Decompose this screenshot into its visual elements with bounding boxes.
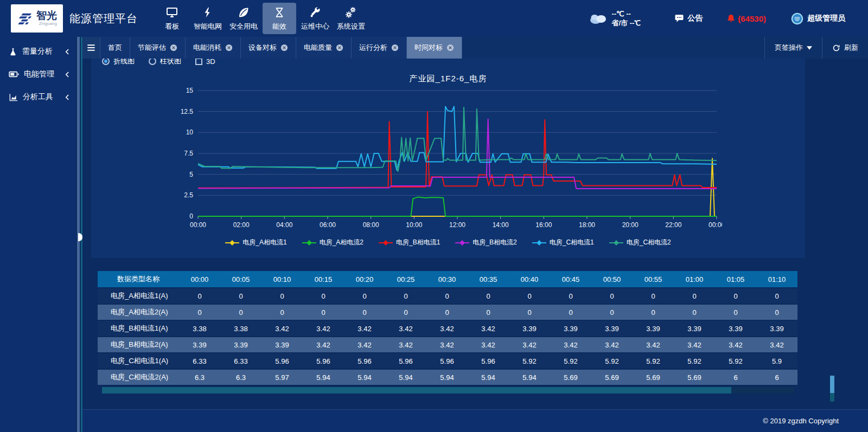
hourglass-icon [274, 6, 285, 19]
announcement-button[interactable]: 公告 [674, 14, 703, 23]
table-cell: 0 [674, 288, 715, 305]
tab-label: 节能评估 [138, 43, 166, 53]
table-cell: 0 [756, 288, 797, 305]
radio-line[interactable]: 折线图 [102, 59, 135, 66]
alarm-button[interactable]: (64530) [726, 14, 766, 23]
tab-operations-button[interactable]: 页签操作 [764, 37, 822, 59]
tab-close-icon[interactable] [225, 44, 233, 51]
table-cell: 3.42 [468, 337, 509, 353]
data-table-wrap: 数据类型名称00:0000:0500:1000:1500:2000:2500:3… [98, 271, 797, 386]
svg-text:20:00: 20:00 [622, 221, 639, 229]
sidebar-item-analysis-tools[interactable]: 分析工具 [0, 86, 76, 108]
copyright-text: © 2019 zgzdh Copyright [763, 417, 839, 425]
svg-text:06:00: 06:00 [320, 221, 336, 229]
svg-text:18:00: 18:00 [579, 221, 595, 229]
legend-item[interactable]: 电房_A相电流1 [225, 238, 286, 247]
tab-device-benchmark[interactable]: 设备对标 [241, 37, 296, 59]
brand-name: 智光 [36, 10, 57, 21]
table-cell: 3.42 [303, 321, 344, 337]
horizontal-scrollbar[interactable] [102, 387, 794, 394]
legend-marker-icon [532, 240, 546, 246]
table-cell: 6.33 [179, 353, 220, 370]
radio-bar[interactable]: 柱状图 [149, 59, 181, 66]
table-cell: 5.96 [385, 353, 426, 370]
legend-item[interactable]: 电房_C相电流1 [532, 238, 594, 247]
sidebar-collapse-handle[interactable] [78, 233, 82, 241]
tab-close-icon[interactable] [336, 44, 343, 51]
user-menu[interactable]: 超级管理员 [791, 12, 845, 25]
legend-marker-icon [609, 240, 623, 246]
tab-time-benchmark[interactable]: 时间对标 [407, 37, 462, 59]
battery-icon [9, 70, 19, 78]
table-cell: 0 [385, 305, 426, 321]
sidebar-divider [76, 37, 82, 432]
table-cell: 0 [715, 305, 756, 321]
refresh-button[interactable]: 刷新 [822, 37, 868, 59]
table-cell: 5.92 [550, 353, 591, 370]
table-cell: 3.39 [674, 321, 715, 337]
table-cell: 3.39 [509, 321, 550, 337]
legend-item[interactable]: 电房_C相电流2 [609, 238, 671, 247]
tab-energy-eval[interactable]: 节能评估 [130, 37, 186, 59]
legend-label: 电房_B相电流2 [473, 238, 516, 247]
tab-operation-analysis[interactable]: 运行分析 [352, 37, 407, 59]
tab-close-icon[interactable] [170, 44, 177, 51]
chat-bubble-icon [674, 14, 684, 23]
legend-marker-icon [225, 240, 239, 246]
table-cell: 0 [674, 305, 715, 321]
table-cell: 0 [179, 305, 220, 321]
legend-marker-icon [302, 240, 316, 246]
control-label: 3D [206, 59, 215, 66]
legend-label: 电房_A相电流1 [242, 238, 286, 247]
nav-item-safe-power[interactable]: 安全用电 [227, 3, 260, 34]
table-cell: 3.39 [220, 337, 261, 353]
tab-close-icon[interactable] [391, 44, 399, 51]
table-cell: 0 [468, 288, 509, 305]
table-header-cell: 01:10 [756, 271, 797, 288]
legend-item[interactable]: 电房_A相电流2 [302, 238, 363, 247]
tab-power-quality[interactable]: 电能质量 [296, 37, 352, 59]
vertical-scrollbar-thumb[interactable] [830, 376, 834, 393]
checkbox-3d[interactable]: 3D [195, 59, 215, 66]
svg-text:02:00: 02:00 [233, 221, 250, 229]
table-cell: 5.96 [261, 353, 303, 370]
nav-item-smart-grid[interactable]: 智能电网 [191, 3, 225, 34]
tab-close-icon[interactable] [280, 44, 288, 51]
table-cell: 3.42 [756, 337, 797, 353]
weather-widget[interactable]: --℃ -- 省/市 --℃ [589, 9, 641, 28]
tab-energy-consumption[interactable]: 电能消耗 [186, 37, 241, 59]
table-row-label: 电房_B相电流1(A) [98, 321, 179, 337]
table-cell: 5.92 [715, 353, 756, 370]
nav-item-dashboard[interactable]: 看板 [155, 3, 189, 34]
nav-item-efficiency[interactable]: 能效 [263, 3, 296, 34]
tab-home[interactable]: 首页 [100, 37, 130, 59]
svg-text:10:00: 10:00 [406, 221, 422, 229]
horizontal-scrollbar-thumb[interactable] [102, 387, 731, 394]
tab-close-icon[interactable] [446, 44, 454, 51]
table-header-cell: 00:00 [179, 271, 220, 288]
radio-icon [102, 59, 110, 65]
table-cell: 6.33 [220, 353, 261, 370]
tab-menu-button[interactable] [82, 37, 100, 59]
brand-logo[interactable]: 智光 Zhiguang [11, 4, 63, 33]
nav-item-ops-center[interactable]: 运维中心 [298, 3, 332, 34]
table-cell: 0 [550, 305, 591, 321]
sidebar-item-energy-management[interactable]: 电能管理 [0, 63, 76, 86]
control-label: 柱状图 [160, 59, 181, 66]
legend-item[interactable]: 电房_B相电流1 [379, 238, 440, 247]
table-cell: 3.42 [468, 321, 509, 337]
vertical-scrollbar[interactable] [830, 376, 834, 402]
table-cell: 6 [756, 370, 797, 386]
table-header-cell: 00:40 [509, 271, 550, 288]
table-cell: 3.39 [179, 337, 220, 353]
nav-item-system-settings[interactable]: 系统设置 [334, 3, 368, 34]
svg-text:12.5: 12.5 [181, 108, 194, 115]
table-header-cell: 00:25 [385, 271, 426, 288]
caret-down-icon [807, 46, 812, 50]
legend-item[interactable]: 电房_B相电流2 [455, 238, 516, 247]
sidebar-item-demand-analysis[interactable]: 需量分析 [0, 40, 76, 63]
cloud-icon [589, 12, 608, 25]
table-cell: 5.69 [674, 370, 715, 386]
table-cell: 5.96 [426, 353, 468, 370]
table-cell: 0 [509, 288, 550, 305]
